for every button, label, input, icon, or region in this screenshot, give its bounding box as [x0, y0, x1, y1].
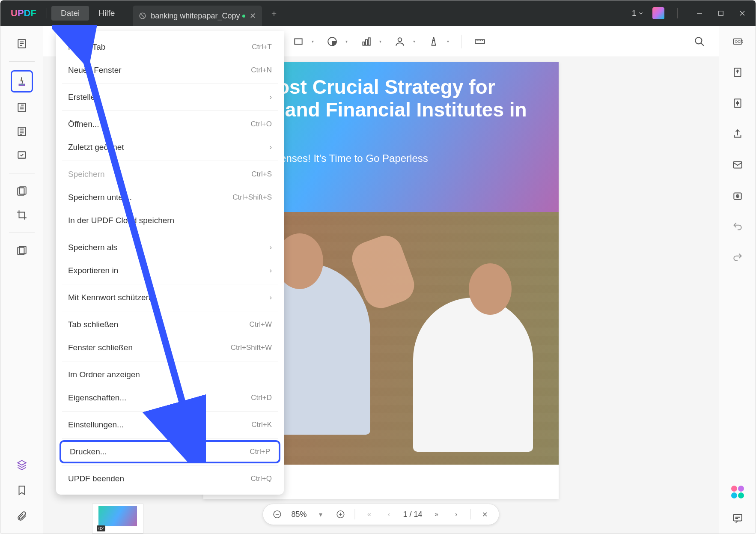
- menu-item-updf-beenden[interactable]: UPDF beendenCtrl+Q: [56, 467, 284, 490]
- menu-item-neuer-tab[interactable]: Neuer TabCtrl+T: [56, 36, 284, 59]
- close-button[interactable]: [733, 6, 751, 20]
- zoom-dropdown-icon[interactable]: ▾: [315, 509, 326, 520]
- chevron-down-icon[interactable]: ▾: [413, 39, 415, 44]
- svg-rect-14: [295, 39, 302, 44]
- menu-shortcut: Ctrl+W: [250, 320, 272, 329]
- menu-separator: [62, 110, 278, 111]
- menu-item-label: Im Ordner anzeigen: [68, 370, 140, 379]
- divider: [47, 8, 47, 18]
- menu-item-neues-fenster[interactable]: Neues FensterCtrl+N: [56, 59, 284, 82]
- menu-item-label: Speichern unter...: [68, 193, 132, 202]
- comment-tool[interactable]: [11, 70, 33, 92]
- email-tool[interactable]: [731, 158, 744, 172]
- undo-button[interactable]: [731, 220, 744, 233]
- divider: [677, 8, 678, 18]
- menu-shortcut: Ctrl+Shift+W: [231, 343, 272, 352]
- tab-close-icon[interactable]: ✕: [250, 11, 256, 21]
- brand-icon[interactable]: [652, 7, 664, 19]
- sticker-tool[interactable]: [326, 35, 339, 48]
- layers-icon[interactable]: [13, 456, 31, 474]
- menu-item-mit-kennwort-sch-tzen[interactable]: Mit Kennwort schützen›: [56, 286, 284, 309]
- menu-item-speichern: SpeichernCtrl+S: [56, 163, 284, 186]
- crop-tool[interactable]: [13, 206, 31, 224]
- attachment-icon[interactable]: [13, 507, 31, 525]
- reader-tool[interactable]: [13, 35, 31, 53]
- share-tool[interactable]: [731, 127, 744, 141]
- add-tab-button[interactable]: ＋: [270, 8, 278, 19]
- menu-item-label: Mit Kennwort schützen: [68, 293, 150, 302]
- menu-shortcut: Ctrl+D: [251, 394, 272, 402]
- titlebar: UPDF Datei Hilfe banking whitepapar_Copy…: [0, 0, 756, 26]
- search-tool[interactable]: [693, 35, 706, 48]
- menu-item-speichern-unter-[interactable]: Speichern unter...Ctrl+Shift+S: [56, 186, 284, 209]
- prev-page-button[interactable]: ‹: [383, 509, 394, 520]
- menu-file[interactable]: Datei: [51, 6, 89, 21]
- zoom-in-button[interactable]: [335, 509, 346, 520]
- convert-tool[interactable]: [731, 66, 744, 79]
- chevron-down-icon[interactable]: ▾: [312, 39, 314, 44]
- stamp-tool[interactable]: [360, 35, 372, 48]
- next-page-button[interactable]: »: [431, 509, 442, 520]
- menu-item-label: Speichern: [68, 170, 105, 179]
- menu-item-drucken-[interactable]: Drucken...Ctrl+P: [60, 440, 280, 463]
- ai-assistant-icon[interactable]: [731, 486, 744, 498]
- svg-rect-3: [19, 84, 24, 86]
- chevron-right-icon: ›: [270, 244, 272, 251]
- menu-item-in-der-updf-cloud-speichern[interactable]: In der UPDF Cloud speichern: [56, 209, 284, 232]
- menu-item-eigenschaften-[interactable]: Eigenschaften...Ctrl+D: [56, 386, 284, 409]
- menu-item-tab-schlie-en[interactable]: Tab schließenCtrl+W: [56, 313, 284, 336]
- chevron-down-icon[interactable]: ▾: [447, 39, 449, 44]
- chevron-down-icon[interactable]: ▾: [379, 39, 381, 44]
- chevron-down-icon: [638, 10, 644, 16]
- bookmark-icon[interactable]: [13, 481, 31, 499]
- svg-point-31: [737, 196, 738, 197]
- redo-button[interactable]: [731, 251, 744, 264]
- signature-tool[interactable]: [393, 35, 406, 48]
- left-tool-rail: [0, 26, 43, 534]
- menu-item-erstellen[interactable]: Erstellen›: [56, 86, 284, 109]
- sign-tool[interactable]: [427, 35, 440, 48]
- menu-separator: [62, 161, 278, 161]
- fill-sign-tool[interactable]: [13, 146, 31, 164]
- thumbnail-item[interactable]: 02: [92, 504, 143, 534]
- svg-rect-32: [733, 514, 742, 521]
- menu-item-fenster-schlie-en[interactable]: Fenster schließenCtrl+Shift+W: [56, 336, 284, 359]
- protect-tool[interactable]: [731, 189, 744, 203]
- menu-help[interactable]: Hilfe: [89, 6, 124, 21]
- rectangle-tool[interactable]: [292, 35, 305, 48]
- compress-tool[interactable]: [13, 242, 31, 260]
- menu-item-im-ordner-anzeigen[interactable]: Im Ordner anzeigen: [56, 363, 284, 386]
- zoom-level[interactable]: 85%: [291, 510, 307, 519]
- organize-tool[interactable]: [13, 122, 31, 140]
- file-icon: [139, 12, 146, 20]
- svg-rect-4: [18, 103, 25, 112]
- chat-icon[interactable]: [731, 511, 744, 525]
- menu-item-exportieren-in[interactable]: Exportieren in›: [56, 259, 284, 282]
- ocr-tool[interactable]: OCR: [731, 35, 744, 48]
- menu-item-label: Fenster schließen: [68, 343, 133, 352]
- close-controls-button[interactable]: ✕: [479, 509, 491, 520]
- menu-item-speichern-als[interactable]: Speichern als›: [56, 236, 284, 259]
- menu-separator: [62, 84, 278, 84]
- zoom-out-button[interactable]: [271, 509, 283, 520]
- page-indicator: 1 / 14: [403, 510, 422, 519]
- tab-count[interactable]: 1: [632, 9, 644, 18]
- last-page-button[interactable]: ›: [451, 509, 462, 520]
- chevron-down-icon[interactable]: ▾: [345, 39, 348, 44]
- menu-item-label: Speichern als: [68, 243, 117, 252]
- menu-item--ffnen-[interactable]: Öffnen...Ctrl+O: [56, 113, 284, 136]
- compress-tool-right[interactable]: [731, 96, 744, 110]
- minimize-button[interactable]: [691, 6, 708, 20]
- menu-shortcut: Ctrl+P: [250, 447, 270, 456]
- menu-item-zuletzt-ge-ffnet[interactable]: Zuletzt geöffnet›: [56, 136, 284, 159]
- redact-tool[interactable]: [13, 182, 31, 200]
- document-tab[interactable]: banking whitepapar_Copy ✕: [133, 6, 262, 26]
- edit-text-tool[interactable]: [13, 98, 31, 116]
- menu-separator: [62, 465, 278, 465]
- app-logo: UPDF: [11, 8, 36, 19]
- ruler-tool[interactable]: [473, 35, 486, 48]
- maximize-button[interactable]: [712, 6, 730, 20]
- menu-item-einstellungen-[interactable]: Einstellungen...Ctrl+K: [56, 413, 284, 436]
- first-page-button[interactable]: «: [363, 509, 375, 520]
- menu-separator: [62, 361, 278, 361]
